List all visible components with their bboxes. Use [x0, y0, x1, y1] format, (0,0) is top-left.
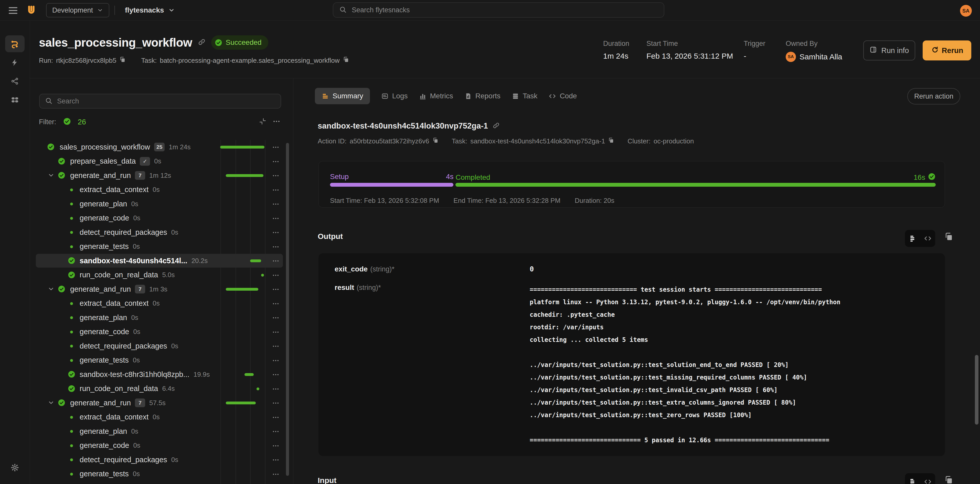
tree-row[interactable]: generate_and_run71m 3s	[30, 282, 293, 296]
project-selector[interactable]: flytesnacks	[125, 0, 175, 21]
list-view-icon[interactable]	[905, 473, 920, 484]
row-menu-icon[interactable]	[272, 357, 280, 365]
copy-icon[interactable]	[119, 56, 126, 65]
row-menu-icon[interactable]	[272, 285, 280, 293]
rail-apps-icon[interactable]	[5, 91, 25, 108]
row-menu-icon[interactable]	[272, 342, 280, 350]
tree-row[interactable]: generate_and_run757.5s	[30, 396, 293, 410]
tree-row[interactable]: extract_data_context0s	[30, 296, 293, 310]
tree-row[interactable]: run_code_on_real_data5.0s	[30, 268, 293, 282]
tree-scrollbar-thumb[interactable]	[286, 143, 289, 476]
row-menu-icon[interactable]	[272, 371, 280, 379]
gantt-bar	[226, 174, 264, 177]
row-menu-icon[interactable]	[272, 257, 280, 265]
input-copy-icon[interactable]	[944, 475, 953, 484]
tree-row[interactable]: sandbox-test-4s0unsh4c514l...20.2s	[30, 253, 293, 268]
rail-triggers-icon[interactable]	[5, 54, 25, 71]
rerun-action-button[interactable]: Rerun action	[907, 88, 960, 105]
row-menu-icon[interactable]	[272, 385, 280, 393]
rail-runs-icon[interactable]	[5, 35, 25, 52]
row-menu-icon[interactable]	[272, 399, 280, 407]
tab-logs[interactable]: Logs	[381, 92, 408, 100]
run-info-button[interactable]: Run info	[863, 40, 915, 61]
copy-icon[interactable]	[608, 137, 614, 145]
chevron-down-icon[interactable]	[48, 285, 54, 293]
tree-row[interactable]: generate_plan0s	[30, 424, 293, 438]
tree-row[interactable]: generate_plan0s	[30, 310, 293, 325]
status-dot-icon	[70, 188, 73, 191]
tab-reports[interactable]: Reports	[465, 92, 501, 100]
tab-summary[interactable]: Summary	[315, 88, 370, 104]
output-field-row: result(string)*=========================…	[318, 283, 945, 447]
filter-status-check-icon[interactable]	[63, 117, 71, 126]
tree-row[interactable]: generate_tests0s	[30, 353, 293, 368]
row-menu-icon[interactable]	[272, 456, 280, 464]
tree-row[interactable]: generate_code0s	[30, 211, 293, 225]
copy-icon[interactable]	[433, 137, 439, 145]
tree-row[interactable]: extract_data_context0s	[30, 410, 293, 424]
tree-search-input[interactable]	[57, 97, 275, 105]
collapse-all-icon[interactable]	[259, 117, 267, 126]
link-icon[interactable]	[198, 38, 205, 47]
tree-row[interactable]: sales_processing_workflow251m 24s	[30, 140, 293, 154]
tree-row[interactable]: generate_code0s	[30, 325, 293, 339]
user-avatar[interactable]: SA	[960, 5, 972, 17]
phase-bar	[330, 183, 453, 187]
tab-metrics[interactable]: Metrics	[419, 92, 453, 100]
row-menu-icon[interactable]	[272, 186, 280, 194]
tab-code[interactable]: Code	[549, 92, 577, 100]
chevron-down-icon[interactable]	[48, 172, 54, 179]
row-menu-icon[interactable]	[272, 442, 280, 450]
chevron-down-icon[interactable]	[48, 399, 54, 406]
row-menu-icon[interactable]	[272, 172, 280, 180]
code-view-icon[interactable]	[920, 230, 935, 247]
rerun-button[interactable]: Rerun	[923, 40, 971, 61]
tree-row[interactable]: generate_plan0s	[30, 197, 293, 211]
hamburger-menu-icon[interactable]	[9, 6, 18, 15]
tree-search[interactable]	[39, 94, 281, 108]
row-menu-icon[interactable]	[272, 414, 280, 421]
phase-duration: 4s	[446, 173, 453, 181]
tab-task[interactable]: Task	[512, 92, 538, 100]
tree-row[interactable]: generate_tests0s	[30, 239, 293, 254]
summary-icon	[321, 92, 329, 100]
row-menu-icon[interactable]	[272, 200, 280, 208]
tree-row[interactable]: generate_code0s	[30, 438, 293, 453]
row-menu-icon[interactable]	[272, 271, 280, 279]
global-search[interactable]	[333, 2, 664, 18]
row-menu-icon[interactable]	[272, 314, 280, 322]
code-view-icon[interactable]	[920, 473, 935, 484]
node-duration: 0s	[134, 441, 140, 449]
tree-row[interactable]: generate_tests0s	[30, 467, 293, 481]
rail-graph-icon[interactable]	[5, 73, 25, 90]
row-menu-icon[interactable]	[272, 215, 280, 222]
tree-row[interactable]: detect_required_packages0s	[30, 452, 293, 467]
tree-row[interactable]: generate_and_run71m 12s	[30, 168, 293, 183]
node-duration: 20.2s	[191, 257, 208, 265]
tree-row[interactable]: prepare_sales_data✓0s	[30, 154, 293, 169]
row-menu-icon[interactable]	[272, 328, 280, 336]
row-menu-icon[interactable]	[272, 158, 280, 166]
filter-menu-icon[interactable]	[272, 117, 281, 126]
gantt-bar	[245, 373, 254, 376]
row-menu-icon[interactable]	[272, 470, 280, 478]
union-logo-icon[interactable]	[25, 5, 37, 16]
link-icon[interactable]	[493, 122, 500, 130]
tree-row[interactable]: extract_data_context0s	[30, 183, 293, 197]
tree-row[interactable]: detect_required_packages0s	[30, 339, 293, 353]
tree-row[interactable]: sandbox-test-c8hr3i1hh0lq8zpb...19.9s	[30, 367, 293, 382]
row-menu-icon[interactable]	[272, 428, 280, 435]
tree-row[interactable]: detect_required_packages0s	[30, 225, 293, 239]
copy-icon[interactable]	[343, 56, 349, 65]
row-menu-icon[interactable]	[272, 143, 280, 151]
global-search-input[interactable]	[351, 6, 658, 14]
settings-gear-icon[interactable]	[5, 459, 25, 476]
tree-row[interactable]: run_code_on_real_data6.4s	[30, 382, 293, 396]
page-scrollbar-thumb[interactable]	[975, 355, 978, 425]
environment-selector[interactable]: Development	[46, 3, 109, 18]
list-view-icon[interactable]	[905, 230, 920, 247]
output-copy-icon[interactable]	[944, 232, 953, 241]
row-menu-icon[interactable]	[272, 229, 280, 236]
row-menu-icon[interactable]	[272, 300, 280, 307]
row-menu-icon[interactable]	[272, 243, 280, 251]
